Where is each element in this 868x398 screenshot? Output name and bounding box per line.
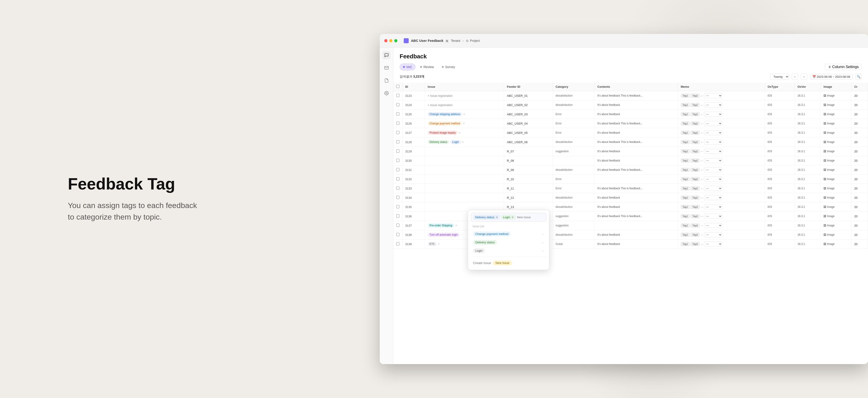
close-button[interactable]: [384, 39, 388, 42]
memo-select[interactable]: —: [704, 102, 722, 108]
prev-page-button[interactable]: ‹: [792, 73, 798, 80]
breadcrumb-project[interactable]: ⊙ Project: [466, 39, 480, 42]
popup-item-dots[interactable]: ···: [541, 232, 544, 236]
column-settings-label: Column Settings: [832, 65, 859, 69]
col-contents: Contents: [594, 83, 678, 91]
popup-tags-row: Delivery status ✕ Login ✕: [471, 213, 546, 222]
new-issue-badge[interactable]: New Issue: [493, 261, 512, 265]
left-panel: Feedback Tag You can assign tags to each…: [68, 175, 204, 223]
row-checkbox[interactable]: [396, 177, 399, 180]
cell-issue[interactable]: [425, 156, 504, 165]
memo-select[interactable]: —: [704, 186, 722, 191]
popup-item-change-payment[interactable]: Change payment method ···: [471, 230, 546, 238]
cell-issue[interactable]: [425, 175, 504, 184]
cell-issue[interactable]: Delivery status Login + Delivery: [425, 137, 504, 147]
sidebar-item-document[interactable]: [382, 76, 391, 85]
table-row: 3130 R_08 It's about feedback Tag1 Tag2 …: [393, 156, 868, 165]
cell-issue[interactable]: [425, 184, 504, 193]
popup-item-delivery-status[interactable]: Delivery status ···: [471, 238, 546, 246]
popup-tag-login[interactable]: Login ✕: [501, 215, 516, 220]
row-checkbox[interactable]: [396, 131, 399, 134]
remove-delivery-tag[interactable]: ✕: [496, 216, 498, 219]
row-checkbox[interactable]: [396, 112, 399, 116]
column-settings-button[interactable]: Column Settings: [825, 64, 862, 70]
traffic-lights: [384, 39, 397, 42]
table-row: 3137 Pre-order Shipping + ABC_USER_15 su…: [393, 221, 868, 230]
row-checkbox[interactable]: [396, 159, 399, 162]
table-row: 3126 Change payment method + ABC_USER_04…: [393, 119, 868, 128]
memo-select[interactable]: —: [704, 214, 722, 219]
remove-login-tag[interactable]: ✕: [512, 216, 514, 219]
new-issue-input[interactable]: [517, 215, 544, 219]
cell-issue[interactable]: [425, 193, 504, 203]
memo-select[interactable]: —: [704, 158, 722, 163]
col-osver: OsVer: [795, 83, 820, 91]
search-button[interactable]: 🔍: [855, 73, 862, 80]
issue-tag-popup: Delivery status ✕ Login ✕: [468, 210, 549, 270]
cell-feeder: ABC_USER_01: [504, 91, 553, 100]
sidebar-item-message[interactable]: [382, 64, 391, 72]
column-settings-icon: [828, 65, 831, 68]
row-checkbox[interactable]: [396, 196, 399, 199]
tab-voc[interactable]: VoC: [400, 64, 415, 70]
cell-memo: Tag1 Tag2 ··· —: [678, 91, 765, 100]
memo-select[interactable]: —: [704, 93, 722, 98]
memo-select[interactable]: —: [704, 130, 722, 135]
memo-select[interactable]: —: [704, 121, 722, 126]
tab-dot-survey: [442, 66, 444, 68]
row-checkbox[interactable]: [396, 122, 399, 125]
memo-select[interactable]: —: [704, 242, 722, 246]
app-logo: [404, 38, 409, 43]
table-row: 3124 + Issue registration ABC_USER_02 di…: [393, 100, 868, 110]
popup-tag-delivery[interactable]: Delivery status ✕: [473, 215, 500, 220]
cell-issue[interactable]: + Issue registration: [425, 91, 504, 100]
memo-select[interactable]: —: [704, 195, 722, 200]
per-page-select[interactable]: Twenty Ten Fifty: [770, 74, 789, 80]
sidebar-item-chat[interactable]: [382, 51, 391, 59]
row-checkbox[interactable]: [396, 187, 399, 190]
memo-select[interactable]: —: [704, 149, 722, 154]
breadcrumb-tenant[interactable]: Tenant: [451, 39, 460, 42]
cell-issue[interactable]: [425, 165, 504, 175]
cell-category: dissatisfaction: [553, 91, 594, 100]
sidebar-item-settings[interactable]: [382, 89, 391, 97]
memo-select[interactable]: —: [704, 223, 722, 228]
memo-select[interactable]: —: [704, 232, 722, 237]
memo-select[interactable]: —: [704, 112, 722, 117]
toolbar-right: Twenty Ten Fifty ‹ › 📅 2023-06-08 ~ 2023…: [770, 73, 862, 80]
row-checkbox[interactable]: [396, 94, 399, 97]
popup-item-login[interactable]: Login ···: [471, 246, 546, 255]
popup-section-label: Issue List: [471, 224, 546, 229]
table-row: 3125 Change shipping address + ABC_USER_…: [393, 110, 868, 119]
table-row: 3131 R_09 dissatisfaction It's about fee…: [393, 165, 868, 175]
row-checkbox[interactable]: [396, 168, 399, 171]
cell-issue[interactable]: Change shipping address +: [425, 110, 504, 119]
cell-issue[interactable]: + Issue registration: [425, 100, 504, 110]
tab-survey[interactable]: Survey: [438, 64, 458, 70]
row-checkbox[interactable]: [396, 140, 399, 143]
next-page-button[interactable]: ›: [801, 73, 807, 80]
row-checkbox[interactable]: [396, 150, 399, 153]
popup-item-dots-3[interactable]: ···: [541, 249, 544, 253]
memo-select[interactable]: —: [704, 205, 722, 209]
app-window: ABC User Feedback ▣ Tenant › ⊙ Project: [380, 34, 868, 364]
memo-select[interactable]: —: [704, 140, 722, 145]
popup-item-dots-2[interactable]: ···: [541, 241, 544, 244]
cell-issue[interactable]: Change payment method +: [425, 119, 504, 128]
tab-review[interactable]: Review: [417, 64, 437, 70]
select-all-checkbox[interactable]: [396, 85, 399, 88]
tabs-bar: VoC Review Survey: [400, 64, 862, 70]
maximize-button[interactable]: [394, 39, 397, 42]
row-checkbox[interactable]: [396, 214, 399, 218]
memo-select[interactable]: —: [704, 177, 722, 182]
date-range: 📅 2023-06-08 ~ 2023-08-08: [810, 74, 852, 80]
row-checkbox[interactable]: [396, 205, 399, 208]
cell-issue[interactable]: [425, 147, 504, 156]
memo-select[interactable]: —: [704, 167, 722, 172]
minimize-button[interactable]: [389, 39, 393, 42]
row-checkbox[interactable]: [396, 224, 399, 227]
row-checkbox[interactable]: [396, 242, 399, 245]
row-checkbox[interactable]: [396, 233, 399, 236]
cell-issue[interactable]: Product image inquiry +: [425, 128, 504, 137]
row-checkbox[interactable]: [396, 103, 399, 106]
